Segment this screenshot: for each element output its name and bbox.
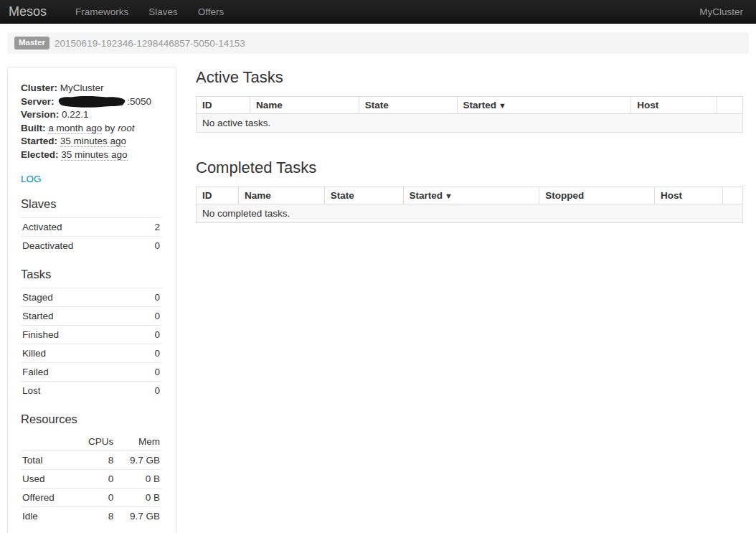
info-built-time: a month ago xyxy=(48,123,102,134)
slaves-table: Activated 2 Deactivated 0 xyxy=(21,217,161,255)
info-cluster: Cluster: MyCluster xyxy=(21,82,161,95)
completed-col-name[interactable]: Name xyxy=(238,187,324,204)
completed-col-started[interactable]: Started▼ xyxy=(403,187,539,204)
table-row: Idle 8 9.7 GB xyxy=(21,507,161,526)
main-content: Active Tasks ID Name State Started▼ Host xyxy=(196,67,743,223)
info-elected: Elected: 35 minutes ago xyxy=(21,148,161,162)
sort-desc-icon: ▼ xyxy=(445,192,453,200)
table-row: Finished 0 xyxy=(21,326,161,344)
tasks-failed-label: Failed xyxy=(21,363,137,382)
table-row: Offered 0 0 B xyxy=(21,489,161,507)
tasks-lost-value: 0 xyxy=(137,382,161,400)
table-row: Deactivated 0 xyxy=(21,237,161,255)
resources-offered-cpus: 0 xyxy=(73,489,115,507)
info-server: Server: :5050 xyxy=(21,95,161,109)
resources-idle-cpus: 8 xyxy=(73,507,115,526)
resources-col-mem: Mem xyxy=(115,433,161,451)
info-version-label: Version: xyxy=(21,109,59,120)
info-elected-time: 35 minutes ago xyxy=(61,149,127,161)
completed-tasks-title: Completed Tasks xyxy=(196,159,743,177)
table-row: Total 8 9.7 GB xyxy=(21,451,161,470)
table-header-row: ID Name State Started▼ Host xyxy=(197,97,743,114)
resources-table: CPUs Mem Total 8 9.7 GB Used 0 0 B Offer… xyxy=(21,433,161,525)
table-header-row: ID Name State Started▼ Stopped Host xyxy=(197,187,743,204)
slaves-deactivated-label: Deactivated xyxy=(21,237,143,255)
active-tasks-table: ID Name State Started▼ Host No active ta… xyxy=(196,96,743,133)
top-navbar: Mesos Frameworks Slaves Offers MyCluster xyxy=(0,0,756,24)
resources-col-cpus: CPUs xyxy=(73,433,115,451)
tasks-finished-value: 0 xyxy=(137,326,161,344)
info-version-value: 0.22.1 xyxy=(62,109,89,120)
info-server-label: Server: xyxy=(21,96,55,107)
resources-idle-label: Idle xyxy=(21,507,73,526)
table-row: Activated 2 xyxy=(21,218,161,237)
info-cluster-value: MyCluster xyxy=(60,82,104,93)
completed-col-host[interactable]: Host xyxy=(655,187,723,204)
resources-offered-label: Offered xyxy=(21,489,73,507)
active-col-actions xyxy=(717,97,743,114)
info-built: Built: a month ago by root xyxy=(21,122,161,136)
active-col-host[interactable]: Host xyxy=(631,97,717,114)
tasks-killed-label: Killed xyxy=(21,344,137,363)
log-link[interactable]: LOG xyxy=(21,174,42,184)
resources-total-label: Total xyxy=(21,451,73,470)
table-row: Started 0 xyxy=(21,307,161,326)
resources-total-cpus: 8 xyxy=(73,451,115,470)
table-row: No completed tasks. xyxy=(197,204,743,223)
tasks-started-label: Started xyxy=(21,307,137,326)
completed-tasks-table: ID Name State Started▼ Stopped Host No c… xyxy=(196,187,743,223)
nav-slaves[interactable]: Slaves xyxy=(138,0,188,24)
table-row: Staged 0 xyxy=(21,288,161,307)
active-col-id[interactable]: ID xyxy=(197,97,250,114)
info-built-by: by xyxy=(105,123,115,133)
info-built-label: Built: xyxy=(21,123,46,133)
tasks-finished-label: Finished xyxy=(21,326,137,344)
info-cluster-label: Cluster: xyxy=(21,82,57,93)
info-started-label: Started: xyxy=(21,136,57,146)
resources-used-cpus: 0 xyxy=(73,470,115,489)
resources-used-mem: 0 B xyxy=(115,470,161,489)
table-row: Killed 0 xyxy=(21,344,161,363)
nav-offers[interactable]: Offers xyxy=(188,0,235,24)
master-id-text: 20150619-192346-1298446857-5050-14153 xyxy=(55,38,245,49)
completed-col-stopped[interactable]: Stopped xyxy=(539,187,655,204)
slaves-activated-label: Activated xyxy=(21,218,143,237)
active-col-started-label: Started xyxy=(463,100,497,110)
active-col-state[interactable]: State xyxy=(359,97,457,114)
completed-tasks-empty-message: No completed tasks. xyxy=(197,204,743,223)
brand-mesos-link[interactable]: Mesos xyxy=(9,0,47,24)
server-address-redaction xyxy=(57,95,127,108)
completed-col-id[interactable]: ID xyxy=(197,187,239,204)
resources-total-mem: 9.7 GB xyxy=(115,451,161,470)
nav-frameworks[interactable]: Frameworks xyxy=(65,0,138,24)
table-row: No active tasks. xyxy=(197,114,743,133)
resources-offered-mem: 0 B xyxy=(115,489,161,507)
tasks-failed-value: 0 xyxy=(137,363,161,382)
info-started: Started: 35 minutes ago xyxy=(21,135,161,148)
navbar-links: Frameworks Slaves Offers xyxy=(65,0,234,24)
tasks-killed-value: 0 xyxy=(137,344,161,363)
info-built-user: root xyxy=(118,123,134,133)
sidebar-panel: Cluster: MyCluster Server: :5050 Version… xyxy=(7,67,176,533)
completed-col-started-label: Started xyxy=(410,190,443,201)
active-tasks-section: Active Tasks ID Name State Started▼ Host xyxy=(196,68,743,133)
slaves-section-title: Slaves xyxy=(21,197,161,211)
active-tasks-empty-message: No active tasks. xyxy=(197,114,743,133)
active-col-started[interactable]: Started▼ xyxy=(457,97,631,114)
tasks-started-value: 0 xyxy=(137,307,161,326)
completed-col-actions xyxy=(722,187,742,204)
completed-tasks-section: Completed Tasks ID Name State Started▼ S… xyxy=(196,159,743,223)
tasks-staged-value: 0 xyxy=(137,288,161,307)
info-elected-label: Elected: xyxy=(21,149,59,160)
completed-col-state[interactable]: State xyxy=(324,187,403,204)
resources-idle-mem: 9.7 GB xyxy=(115,507,161,526)
active-col-name[interactable]: Name xyxy=(250,97,359,114)
table-row: CPUs Mem xyxy=(21,433,161,451)
resources-section-title: Resources xyxy=(21,412,161,426)
breadcrumb: Master 20150619-192346-1298446857-5050-1… xyxy=(7,32,749,54)
resources-used-label: Used xyxy=(21,470,73,489)
navbar-cluster-name: MyCluster xyxy=(699,6,743,17)
active-tasks-title: Active Tasks xyxy=(196,68,743,87)
info-started-time: 35 minutes ago xyxy=(60,136,126,147)
slaves-activated-value: 2 xyxy=(143,218,161,237)
